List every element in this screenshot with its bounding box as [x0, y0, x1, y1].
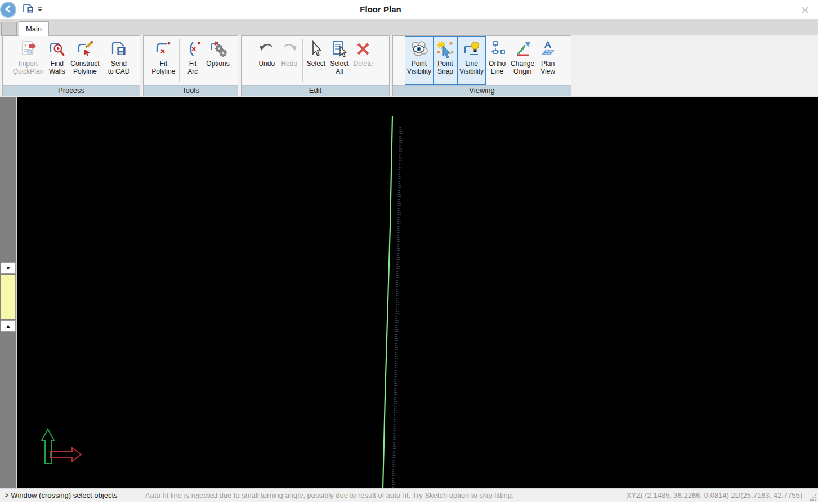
send-to-cad-icon — [110, 38, 128, 60]
status-bar: > Window (crossing) select objects Auto-… — [0, 488, 818, 502]
ribbon: A ImportQuickPlan — [0, 35, 818, 97]
line-visibility-icon — [462, 38, 481, 60]
select-all-button[interactable]: SelectAll — [328, 36, 351, 85]
ribbon-group-edit: Undo Redo Select — [241, 35, 390, 96]
save-icon — [22, 2, 34, 17]
separator — [302, 39, 303, 82]
construct-polyline-button[interactable]: ConstructPolyline — [68, 36, 101, 85]
command-prompt-text: > Window (crossing) select objects — [5, 491, 118, 500]
point-cloud-line — [393, 127, 400, 488]
close-icon: ✕ — [801, 4, 810, 17]
cursor-coordinates: XYZ(72.1485, 36.2266, 0.0814) 2D(25.7163… — [627, 491, 802, 500]
import-quickplan-icon: A — [19, 38, 37, 60]
options-gear-icon — [208, 38, 227, 60]
scroll-up-button[interactable]: ▲ — [1, 320, 16, 332]
point-snap-icon — [436, 38, 455, 60]
line-visibility-button[interactable]: LineVisibility — [457, 36, 486, 85]
triangle-up-icon: ▲ — [6, 323, 11, 329]
ribbon-group-process: A ImportQuickPlan — [2, 35, 140, 96]
find-walls-button[interactable]: FindWalls — [46, 36, 68, 85]
back-button[interactable] — [0, 2, 16, 18]
title-bar: Floor Plan ✕ — [0, 0, 818, 20]
back-arrow-icon — [4, 4, 13, 16]
save-button[interactable] — [22, 3, 34, 16]
change-origin-icon — [513, 38, 531, 60]
scrollbar-thumb-highlight[interactable] — [1, 274, 16, 320]
svg-text:A: A — [23, 43, 27, 48]
redo-button[interactable]: Redo — [278, 36, 301, 85]
select-button[interactable]: Select — [305, 36, 328, 85]
axis-x-red-arrow — [51, 448, 81, 461]
redo-icon — [280, 38, 298, 60]
ribbon-group-tools: FitPolyline FitArc — [143, 35, 238, 96]
group-caption-viewing: Viewing — [393, 85, 571, 96]
send-to-cad-button[interactable]: Sendto CAD — [106, 36, 132, 85]
side-scrollbar-track[interactable]: ▼ ▲ — [0, 97, 17, 488]
separator — [104, 39, 104, 82]
undo-button[interactable]: Undo — [256, 36, 278, 85]
customize-dropdown-icon[interactable] — [37, 5, 43, 14]
point-snap-button[interactable]: PointSnap — [433, 36, 457, 85]
fit-arc-button[interactable]: FitArc — [181, 36, 204, 85]
plan-view-button[interactable]: PlanView — [537, 36, 559, 85]
fit-polyline-button[interactable]: FitPolyline — [149, 36, 177, 85]
status-message: Auto-fit line is rejected due to small t… — [145, 491, 514, 500]
triangle-down-icon: ▼ — [6, 265, 11, 271]
close-button[interactable]: ✕ — [797, 2, 813, 18]
separator — [179, 39, 180, 82]
group-caption-tools: Tools — [144, 85, 238, 96]
options-button[interactable]: Options — [204, 36, 231, 85]
select-all-icon — [330, 38, 348, 60]
window-title: Floor Plan — [347, 4, 414, 14]
ortho-line-button[interactable]: OrthoLine — [486, 36, 508, 85]
ortho-line-icon — [488, 38, 506, 60]
main-area: ▼ ▲ — [0, 97, 818, 488]
point-visibility-button[interactable]: PointVisibility — [405, 36, 433, 85]
construct-polyline-icon — [76, 38, 94, 60]
fit-polyline-icon — [154, 38, 172, 60]
plan-view-icon — [539, 38, 557, 60]
select-icon — [307, 38, 325, 60]
point-visibility-icon — [409, 38, 428, 60]
tab-main[interactable]: Main — [19, 21, 49, 36]
find-walls-icon — [48, 38, 66, 60]
drawing-canvas[interactable] — [18, 97, 818, 488]
delete-button[interactable]: Delete — [351, 36, 376, 85]
resize-grip[interactable] — [810, 494, 817, 501]
group-caption-edit: Edit — [242, 85, 389, 96]
change-origin-button[interactable]: ChangeOrigin — [508, 36, 537, 85]
delete-icon — [354, 38, 372, 60]
axis-indicator — [42, 429, 81, 464]
ribbon-corner-box — [1, 22, 17, 36]
import-quickplan-button[interactable]: A ImportQuickPlan — [11, 36, 46, 85]
fit-arc-icon — [184, 38, 202, 60]
scroll-down-button[interactable]: ▼ — [1, 262, 16, 274]
group-caption-process: Process — [3, 85, 140, 96]
ribbon-tab-row: Main — [0, 20, 818, 35]
fitted-line-green — [383, 116, 392, 488]
ribbon-group-viewing: PointVisibility P — [392, 35, 571, 96]
undo-icon — [258, 38, 276, 60]
